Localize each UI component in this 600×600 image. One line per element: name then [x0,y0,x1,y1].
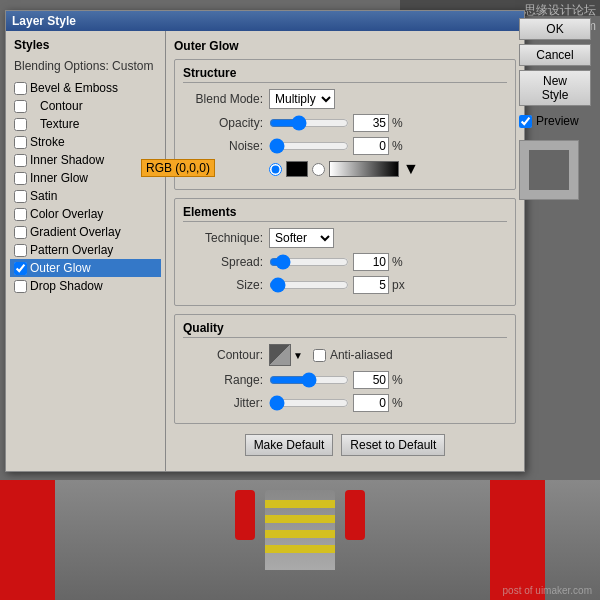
size-input[interactable] [353,276,389,294]
quality-section: Quality Contour: ▼ Anti-aliased Range: [174,314,516,424]
reset-default-button[interactable]: Reset to Default [341,434,445,456]
deco-body [265,490,335,570]
default-buttons-row: Make Default Reset to Default [174,434,516,456]
preview-label: Preview [536,114,579,128]
contour-row: Contour: ▼ Anti-aliased [183,344,507,366]
range-slider[interactable] [269,374,349,386]
jitter-row: Jitter: % [183,394,507,412]
size-unit: px [392,278,405,292]
bottom-background: post of uimaker.com [0,480,600,600]
deco-band2 [265,515,335,523]
color-overlay-checkbox[interactable] [14,208,27,221]
size-row: Size: px [183,276,507,294]
preview-inner [529,150,569,190]
size-label: Size: [183,278,263,292]
jitter-input[interactable] [353,394,389,412]
noise-slider[interactable] [269,140,349,152]
size-slider[interactable] [269,279,349,291]
opacity-unit: % [392,116,403,130]
spread-label: Spread: [183,255,263,269]
range-input[interactable] [353,371,389,389]
styles-list-item-color-overlay[interactable]: Color Overlay [10,205,161,223]
panel-subtitle: Blending Options: Custom [10,57,161,75]
range-label: Range: [183,373,263,387]
elements-title: Elements [183,205,507,222]
jitter-unit: % [392,396,403,410]
styles-list-item-texture[interactable]: Texture [10,115,161,133]
color-swatch[interactable] [286,161,308,177]
deco-band4 [265,545,335,553]
gradient-overlay-checkbox[interactable] [14,226,27,239]
contour-checkbox[interactable] [14,100,27,113]
outer-glow-title: Outer Glow [174,39,516,53]
contour-swatch[interactable] [269,344,291,366]
jitter-slider[interactable] [269,397,349,409]
anti-aliased-label: Anti-aliased [313,348,393,362]
gradient-swatch[interactable] [329,161,399,177]
texture-checkbox[interactable] [14,118,27,131]
anti-aliased-checkbox[interactable] [313,349,326,362]
technique-select[interactable]: Softer Precise [269,228,334,248]
layer-style-dialog: Layer Style Styles Blending Options: Cus… [5,10,525,472]
styles-list-item-inner-glow[interactable]: Inner Glow [10,169,161,187]
technique-label: Technique: [183,231,263,245]
color-solid-radio[interactable] [269,163,282,176]
new-style-button[interactable]: New Style [519,70,591,106]
cancel-button[interactable]: Cancel [519,44,591,66]
preview-row: Preview [519,114,591,128]
deco-band3 [265,530,335,538]
styles-list: Bevel & Emboss Contour Texture Stroke In… [10,79,161,295]
spread-unit: % [392,255,403,269]
deco-center-character [255,490,345,600]
bottom-credit: post of uimaker.com [503,585,592,596]
elements-section: Elements Technique: Softer Precise Sprea… [174,198,516,306]
styles-list-item-outer-glow[interactable]: Outer Glow [10,259,161,277]
contour-dropdown-icon[interactable]: ▼ [293,350,303,361]
stroke-checkbox[interactable] [14,136,27,149]
inner-glow-checkbox[interactable] [14,172,27,185]
color-row: ▼ [183,160,507,178]
inner-shadow-checkbox[interactable] [14,154,27,167]
opacity-label: Opacity: [183,116,263,130]
opacity-input[interactable] [353,114,389,132]
styles-list-item-inner-shadow[interactable]: Inner Shadow [10,151,161,169]
styles-list-item-stroke[interactable]: Stroke [10,133,161,151]
right-panel: Outer Glow Structure Blend Mode: Multipl… [166,31,524,471]
title-bar: Layer Style [6,11,524,31]
styles-list-item-contour[interactable]: Contour [10,97,161,115]
satin-checkbox[interactable] [14,190,27,203]
styles-list-item-bevel[interactable]: Bevel & Emboss [10,79,161,97]
opacity-row: Opacity: % [183,114,507,132]
color-gradient-radio[interactable] [312,163,325,176]
preview-box [519,140,579,200]
color-radio-group: ▼ [269,160,419,178]
styles-list-item-gradient-overlay[interactable]: Gradient Overlay [10,223,161,241]
outer-glow-checkbox[interactable] [14,262,27,275]
deco-right-pillar [490,480,545,600]
action-buttons-panel: OK Cancel New Style Preview [515,10,595,208]
range-unit: % [392,373,403,387]
noise-row: Noise: % [183,137,507,155]
styles-list-item-drop-shadow[interactable]: Drop Shadow [10,277,161,295]
make-default-button[interactable]: Make Default [245,434,334,456]
styles-list-item-pattern-overlay[interactable]: Pattern Overlay [10,241,161,259]
blend-mode-label: Blend Mode: [183,92,263,106]
spread-slider[interactable] [269,256,349,268]
blend-mode-row: Blend Mode: Multiply Normal Screen Overl… [183,89,507,109]
styles-list-item-satin[interactable]: Satin [10,187,161,205]
blend-mode-select[interactable]: Multiply Normal Screen Overlay [269,89,335,109]
ok-button[interactable]: OK [519,18,591,40]
noise-input[interactable] [353,137,389,155]
technique-row: Technique: Softer Precise [183,228,507,248]
spread-row: Spread: % [183,253,507,271]
drop-shadow-checkbox[interactable] [14,280,27,293]
bevel-checkbox[interactable] [14,82,27,95]
panel-title: Styles [10,35,161,55]
gradient-dropdown-icon[interactable]: ▼ [403,160,419,178]
opacity-slider[interactable] [269,117,349,129]
deco-band1 [265,500,335,508]
spread-input[interactable] [353,253,389,271]
pattern-overlay-checkbox[interactable] [14,244,27,257]
preview-checkbox[interactable] [519,115,532,128]
structure-title: Structure [183,66,507,83]
